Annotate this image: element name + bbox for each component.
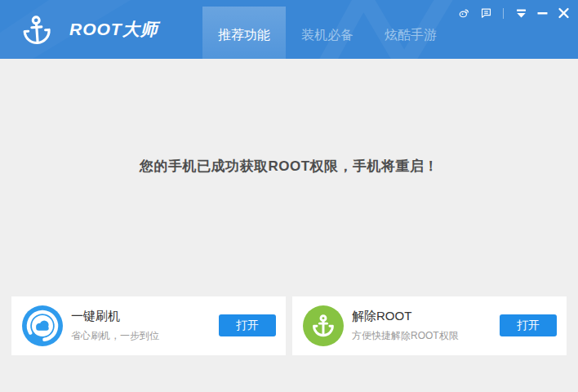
close-icon[interactable] bbox=[558, 7, 570, 19]
controls-divider bbox=[503, 8, 504, 19]
card-one-click-flash: 一键刷机 省心刷机，一步到位 打开 bbox=[11, 296, 286, 355]
window-controls bbox=[449, 7, 570, 19]
root-master-window: ROOT大师 推荐功能 装机必备 炫酷手游 bbox=[0, 0, 578, 392]
header-titlebar: ROOT大师 推荐功能 装机必备 炫酷手游 bbox=[0, 0, 578, 59]
card-subtitle: 方便快捷解除ROOT权限 bbox=[352, 329, 459, 343]
tab-bar: 推荐功能 装机必备 炫酷手游 bbox=[202, 7, 452, 59]
weibo-icon[interactable] bbox=[458, 7, 470, 19]
app-brand: ROOT大师 bbox=[22, 12, 158, 47]
tab-label: 炫酷手游 bbox=[385, 27, 437, 44]
cloud-flash-icon bbox=[22, 305, 63, 346]
collapse-menu-icon[interactable] bbox=[515, 7, 527, 19]
card-unroot: 解除ROOT 方便快捷解除ROOT权限 打开 bbox=[292, 296, 567, 355]
card-text: 一键刷机 省心刷机，一步到位 bbox=[71, 309, 159, 343]
open-flash-button[interactable]: 打开 bbox=[219, 314, 276, 336]
feedback-chat-icon[interactable] bbox=[480, 7, 492, 19]
tab-label: 推荐功能 bbox=[218, 27, 270, 44]
tab-recommended-features[interactable]: 推荐功能 bbox=[202, 7, 286, 59]
tab-essential-apps[interactable]: 装机必备 bbox=[286, 7, 369, 59]
tab-label: 装机必备 bbox=[301, 27, 353, 44]
open-unroot-button[interactable]: 打开 bbox=[500, 314, 557, 336]
card-title: 解除ROOT bbox=[352, 309, 459, 324]
card-title: 一键刷机 bbox=[71, 309, 159, 324]
card-text: 解除ROOT 方便快捷解除ROOT权限 bbox=[352, 309, 459, 343]
anchor-logo-icon bbox=[21, 11, 53, 47]
app-title: ROOT大师 bbox=[69, 18, 158, 41]
tab-cool-games[interactable]: 炫酷手游 bbox=[369, 7, 452, 59]
card-subtitle: 省心刷机，一步到位 bbox=[71, 329, 159, 343]
root-success-message: 您的手机已成功获取ROOT权限，手机将重启！ bbox=[0, 157, 578, 176]
feature-cards: 一键刷机 省心刷机，一步到位 打开 解除ROOT 方便快捷解除ROOT权限 打开 bbox=[11, 296, 567, 355]
unroot-anchor-icon bbox=[303, 305, 344, 346]
minimize-icon[interactable] bbox=[536, 7, 549, 19]
